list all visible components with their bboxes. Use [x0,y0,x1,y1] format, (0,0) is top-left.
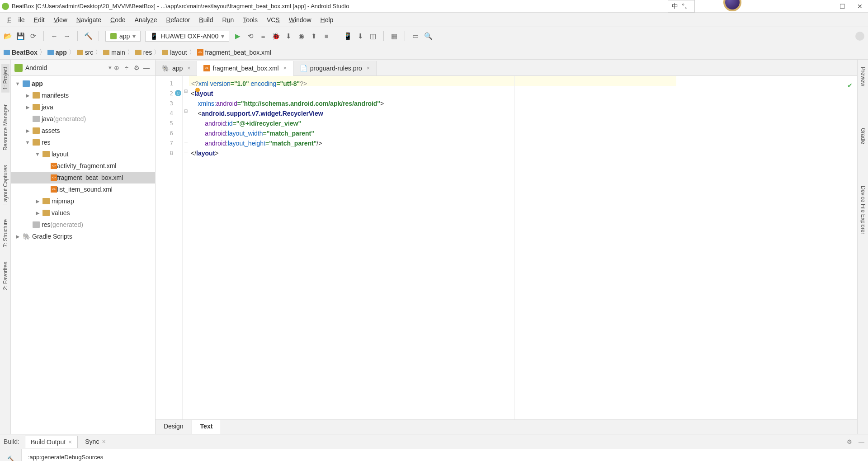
close-icon[interactable]: × [367,65,370,71]
target-icon[interactable]: ⊕ [112,64,122,71]
avd-icon[interactable]: 📱 [344,32,352,40]
tree-assets[interactable]: ▶assets [11,125,155,136]
attach-icon[interactable]: ⬆ [310,32,318,40]
tab-text[interactable]: Text [192,420,222,434]
tool-structure[interactable]: 7: Structure [1,216,9,250]
open-icon[interactable]: 📂 [4,32,12,40]
tool-preview[interactable]: Preview [859,64,867,89]
sync-icon[interactable]: ⟳ [29,32,37,40]
tab-design[interactable]: Design [156,420,192,434]
warning-dot-icon[interactable] [195,88,200,92]
structure-icon[interactable]: ▦ [390,32,398,40]
crumb-project[interactable]: BeatBox [4,49,38,56]
ime-indicator[interactable]: 中 °。 [668,0,695,13]
menu-refactor[interactable]: Refactor [162,14,193,25]
gear-icon[interactable]: ⚙ [847,438,852,445]
layout-icon[interactable]: ▭ [411,32,420,40]
close-icon[interactable]: × [283,65,287,71]
user-avatar[interactable] [855,32,864,41]
menu-analyze[interactable]: Analyze [131,14,161,25]
menu-run[interactable]: Run [219,14,238,25]
phone-icon: 📱 [150,33,158,40]
tree-manifests[interactable]: ▶manifests [11,89,155,101]
tree-list-item-sound[interactable]: <>list_item_sound.xml [11,183,155,195]
gear-icon[interactable]: ⚙ [132,64,142,71]
file-icon: 📄 [300,65,307,72]
hide-icon[interactable]: — [142,64,151,71]
hammer-icon[interactable]: 🔨 [5,452,17,461]
sdk-icon[interactable]: ⬇ [356,32,364,40]
run-config-combo[interactable]: app ▾ [105,31,141,42]
run-icon[interactable]: ▶ [234,32,242,40]
tree-java-gen[interactable]: java (generated) [11,113,155,125]
tab-app[interactable]: 🐘app× [156,61,197,75]
tree-res-gen[interactable]: res (generated) [11,219,155,230]
tool-favorites[interactable]: 2: Favorites [1,259,9,293]
back-icon[interactable]: ← [50,32,58,40]
tree-gradle-scripts[interactable]: ▶🐘Gradle Scripts [11,230,155,242]
tab-fragment[interactable]: <>fragment_beat_box.xml× [197,61,293,76]
crumb-res[interactable]: res [135,49,152,56]
menu-tools[interactable]: Tools [239,14,261,25]
tool-resource-manager[interactable]: Resource Manager [1,102,9,153]
close-button[interactable]: ✕ [857,3,863,10]
tree-app[interactable]: ▼app [11,78,155,89]
tree-layout[interactable]: ▼layout [11,148,155,160]
forward-icon[interactable]: → [63,32,71,40]
save-icon[interactable]: 💾 [16,32,24,40]
crumb-file[interactable]: <>fragment_beat_box.xml [197,49,271,56]
menu-window[interactable]: Window [285,14,315,25]
crumb-layout[interactable]: layout [162,49,187,56]
menu-code[interactable]: Code [107,14,129,25]
coverage-icon[interactable]: ◉ [297,32,305,40]
tree-values[interactable]: ▶values [11,207,155,219]
maximize-button[interactable]: ☐ [840,3,845,10]
menu-help[interactable]: Help [317,14,337,25]
tab-proguard[interactable]: 📄proguard-rules.pro× [293,61,377,75]
line-gutter[interactable]: 1 2C 345 678 [156,76,183,419]
tool-project[interactable]: 1: Project [1,64,9,93]
crumb-main[interactable]: main [103,49,125,56]
build-output[interactable]: :app:generateDebugSources BUILD SUCCESSF… [22,449,868,461]
minimize-button[interactable]: — [821,3,828,10]
tree-activity-fragment[interactable]: <>activity_fragment.xml [11,160,155,172]
crumb-app[interactable]: app [47,49,67,56]
tab-sync[interactable]: Sync× [80,436,111,447]
debug-icon[interactable]: ≡ [259,32,267,40]
code-editor[interactable]: ✔ <?xml version="1.0" encoding="utf-8"?>… [189,76,857,419]
menu-edit[interactable]: Edit [30,14,48,25]
editor-tabs: 🐘app× <>fragment_beat_box.xml× 📄proguard… [156,60,857,76]
tool-device-explorer[interactable]: Device File Explorer [859,183,867,237]
menu-view[interactable]: View [50,14,71,25]
tab-build-output[interactable]: Build Output× [25,436,78,448]
crumb-src[interactable]: src [77,49,94,56]
editor-area: 🐘app× <>fragment_beat_box.xml× 📄proguard… [156,60,857,434]
search-icon[interactable]: 🔍 [424,32,432,40]
apply-changes-icon[interactable]: ⟲ [246,32,255,40]
project-tree[interactable]: ▼app ▶manifests ▶java java (generated) ▶… [11,76,155,434]
android-icon [110,33,117,39]
tool-layout-captures[interactable]: Layout Captures [1,162,9,207]
menu-vcs[interactable]: VCS [263,14,283,25]
bug-icon[interactable]: 🐞 [272,32,280,40]
tree-java[interactable]: ▶java [11,101,155,113]
tool-gradle[interactable]: Gradle [859,125,867,147]
menu-navigate[interactable]: Navigate [73,14,105,25]
build-icon[interactable]: 🔨 [84,32,92,40]
device-combo[interactable]: 📱 HUAWEI OXF-AN00 ▾ [145,31,229,42]
tree-res[interactable]: ▼res [11,136,155,148]
hide-icon[interactable]: — [859,438,864,445]
design-text-tabs: Design Text [156,419,857,434]
profile-icon[interactable]: ⬇ [284,32,292,40]
fold-gutter[interactable]: ⊟⊟ ⊥⊥ [183,76,189,419]
menu-build[interactable]: Build [195,14,217,25]
menu-file[interactable]: File [4,14,28,25]
title-bar: BeatBox [C:\Users\admin\Desktop\20_MVVM\… [0,0,868,13]
tree-fragment-beat-box[interactable]: <>fragment_beat_box.xml [11,172,155,183]
cube-icon[interactable]: ◫ [369,32,377,40]
class-marker-icon[interactable]: C [175,90,181,96]
stop-icon[interactable]: ■ [322,32,330,40]
collapse-icon[interactable]: ÷ [122,64,132,71]
close-icon[interactable]: × [187,65,190,71]
tree-mipmap[interactable]: ▶mipmap [11,195,155,207]
